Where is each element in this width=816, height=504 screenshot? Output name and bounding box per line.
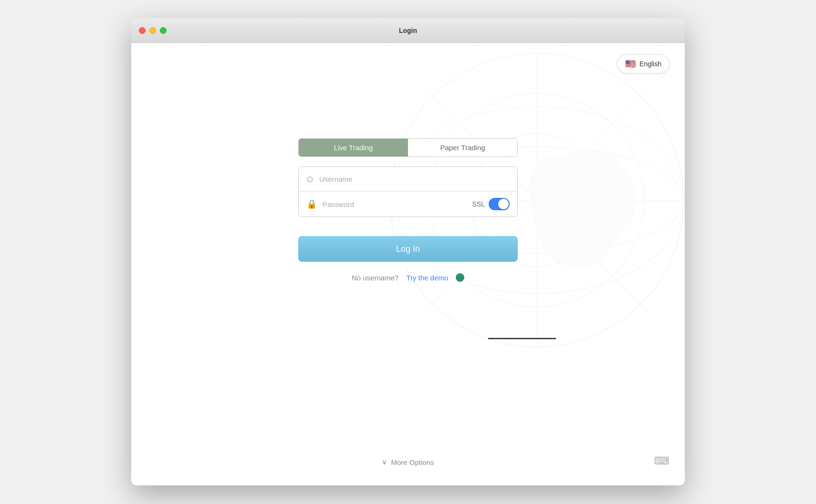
password-input[interactable] — [323, 200, 472, 208]
ssl-toggle-group: SSL — [472, 198, 510, 210]
window-title: Login — [399, 27, 417, 34]
more-options-label: More Options — [391, 458, 434, 466]
credentials-box: ⊙ 🔒 SSL — [298, 166, 518, 217]
titlebar: Login — [131, 18, 685, 43]
username-input[interactable] — [319, 175, 510, 183]
language-label: English — [639, 60, 661, 68]
chevron-down-icon: ∨ — [382, 458, 387, 466]
ssl-label: SSL — [472, 200, 485, 208]
window-controls — [139, 27, 167, 34]
demo-row: No username? Try the demo — [352, 273, 464, 282]
keyboard-icon: ⌨ — [654, 455, 670, 467]
trading-mode-toggle: Live Trading Paper Trading — [298, 138, 518, 157]
main-content: 🇺🇸 English Live Trading Paper Trading ⊙ … — [131, 43, 685, 485]
app-window: Login 🇺🇸 English Live Trading — [131, 18, 685, 485]
username-row: ⊙ — [299, 167, 517, 192]
lock-icon: 🔒 — [306, 199, 317, 209]
language-button[interactable]: 🇺🇸 English — [617, 54, 670, 73]
ssl-toggle-knob — [498, 199, 509, 209]
minimize-button[interactable] — [149, 27, 156, 34]
close-button[interactable] — [139, 27, 146, 34]
login-form: Live Trading Paper Trading ⊙ 🔒 SSL — [298, 138, 518, 282]
user-icon: ⊙ — [306, 174, 314, 185]
more-options-button[interactable]: ∨ More Options — [382, 458, 434, 466]
live-trading-button[interactable]: Live Trading — [299, 139, 408, 156]
maximize-button[interactable] — [160, 27, 167, 34]
ssl-toggle-switch[interactable] — [489, 198, 510, 210]
demo-dot-indicator — [456, 273, 464, 282]
login-button[interactable]: Log In — [298, 236, 518, 262]
try-demo-link[interactable]: Try the demo — [406, 274, 448, 282]
paper-trading-button[interactable]: Paper Trading — [408, 139, 517, 156]
flag-icon: 🇺🇸 — [625, 59, 636, 69]
password-row: 🔒 SSL — [299, 192, 517, 216]
no-username-text: No username? — [352, 274, 398, 282]
